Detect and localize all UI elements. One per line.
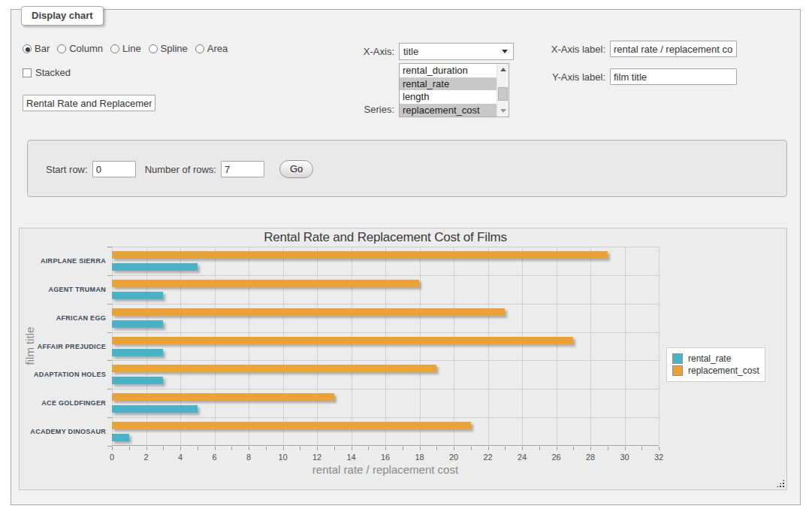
series-option-rental_duration[interactable]: rental_duration <box>400 64 509 77</box>
number-of-rows-label: Number of rows: <box>145 164 216 175</box>
stacked-row: Stacked <box>23 67 71 78</box>
x-axis-tick <box>420 447 421 450</box>
grid-line <box>112 417 659 418</box>
start-row-input[interactable] <box>92 161 136 177</box>
grid-line <box>180 247 181 445</box>
chart-type-option-spline[interactable]: Spline <box>149 43 188 54</box>
category-label: AFFAIR PREJUDICE <box>20 343 106 350</box>
chart-type-option-line[interactable]: Line <box>110 43 141 54</box>
radio-icon[interactable] <box>195 44 204 53</box>
x-tick-label: 18 <box>409 453 431 462</box>
x-axis-tick <box>454 447 454 450</box>
go-button[interactable]: Go <box>279 160 313 178</box>
x-axis-tick <box>300 447 300 450</box>
radio-icon[interactable] <box>23 44 32 53</box>
bar-rental_rate <box>112 263 198 271</box>
scrollbar-thumb[interactable] <box>498 87 508 101</box>
x-axis-tick <box>625 447 626 450</box>
chart-type-option-column[interactable]: Column <box>57 43 103 54</box>
legend-swatch <box>672 365 683 376</box>
x-axis-tick <box>641 447 642 450</box>
x-tick-label: 24 <box>511 453 533 462</box>
resize-grip-icon[interactable] <box>776 479 785 488</box>
scroll-up-icon[interactable] <box>497 64 509 75</box>
grid-line <box>557 247 557 445</box>
x-axis-tick <box>608 447 608 450</box>
scroll-down-icon[interactable] <box>497 105 509 117</box>
x-axis-tick <box>590 447 591 450</box>
x-axis-label-input[interactable] <box>610 41 737 57</box>
x-axis-tick <box>112 447 113 450</box>
bar-rental_rate <box>112 434 129 441</box>
chart-type-option-area[interactable]: Area <box>195 43 228 54</box>
series-option-length[interactable]: length <box>400 90 509 104</box>
radio-icon[interactable] <box>57 44 66 53</box>
y-axis-label-input[interactable] <box>610 68 737 85</box>
bar-rental_rate <box>112 320 163 328</box>
grid-line <box>112 304 659 304</box>
x-tick-label: 30 <box>614 453 636 462</box>
y-axis-tick <box>107 360 112 361</box>
category-label: ACADEMY DINOSAUR <box>20 428 106 435</box>
grid-line <box>112 332 659 333</box>
x-axis-caption: X-Axis: <box>319 46 394 57</box>
legend-swatch <box>672 353 683 364</box>
radio-icon[interactable] <box>110 44 119 53</box>
grid-line <box>385 247 386 445</box>
bar-rental_rate <box>112 349 163 356</box>
category-label: ADAPTATION HOLES <box>20 371 106 378</box>
grid-line <box>590 247 591 445</box>
grid-line <box>454 247 454 445</box>
grid-line <box>420 247 421 445</box>
x-axis-tick <box>215 447 216 450</box>
chart-type-label: Line <box>122 43 141 54</box>
y-axis-tick <box>107 275 112 276</box>
x-tick-label: 26 <box>545 453 568 462</box>
x-axis-tick <box>352 447 352 450</box>
chart-type-label: Column <box>69 43 103 54</box>
stacked-checkbox[interactable] <box>23 68 32 77</box>
x-tick-label: 8 <box>237 453 260 462</box>
x-axis-select[interactable]: title <box>399 43 514 60</box>
x-axis-tick <box>249 447 249 450</box>
x-axis-selected-value: title <box>403 46 418 57</box>
chart-type-option-bar[interactable]: Bar <box>23 43 50 54</box>
bar-replacement_cost <box>112 337 573 344</box>
chart-title-input[interactable] <box>23 95 155 111</box>
x-tick-label: 0 <box>101 453 123 462</box>
radio-icon[interactable] <box>149 44 158 53</box>
x-axis-tick <box>522 447 523 450</box>
x-axis-tick <box>146 447 147 450</box>
x-axis-tick <box>231 447 232 450</box>
x-tick-label: 28 <box>579 453 602 462</box>
x-tick-label: 20 <box>442 453 465 462</box>
y-axis-tick <box>107 389 112 389</box>
x-tick-label: 10 <box>272 453 294 462</box>
x-axis-tick <box>129 447 130 450</box>
series-option-rental_rate[interactable]: rental_rate <box>400 77 509 91</box>
series-multiselect[interactable]: rental_durationrental_ratelengthreplacem… <box>399 63 509 117</box>
grid-line <box>352 247 352 445</box>
category-label: AFRICAN EGG <box>20 314 106 322</box>
x-axis-tick <box>403 447 403 450</box>
series-option-replacement_cost[interactable]: replacement_cost <box>400 104 509 117</box>
category-label: ACE GOLDFINGER <box>20 399 106 407</box>
x-tick-label: 12 <box>306 453 328 462</box>
x-axis-tick <box>266 447 267 450</box>
x-axis-tick <box>471 447 472 450</box>
legend-label: rental_rate <box>688 353 731 364</box>
x-axis-tick <box>505 447 506 450</box>
series-scrollbar[interactable] <box>497 64 509 117</box>
x-axis-label-caption: X-Axis label: <box>536 44 605 55</box>
x-axis-tick <box>436 447 437 450</box>
grid-line <box>625 247 626 445</box>
bar-replacement_cost <box>112 251 608 259</box>
x-tick-label: 6 <box>204 453 226 462</box>
grid-line <box>249 247 249 445</box>
x-axis-title: rental rate / replacement cost <box>112 463 659 476</box>
bar-replacement_cost <box>112 308 505 316</box>
number-of-rows-input[interactable] <box>221 161 264 177</box>
chart-type-label: Bar <box>35 43 50 54</box>
x-tick-label: 16 <box>374 453 397 462</box>
x-axis-tick <box>180 447 181 450</box>
